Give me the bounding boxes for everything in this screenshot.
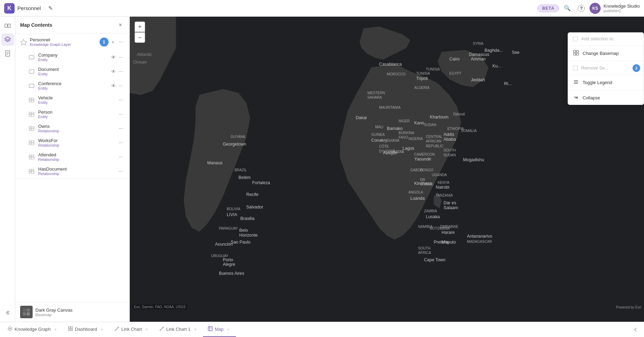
layer-item-owns-info: Owns Relationship xyxy=(38,124,115,133)
tab-map[interactable]: Map × xyxy=(203,322,236,337)
sidebar-icon-connections[interactable] xyxy=(1,19,14,32)
south-africa-label: SOUTH xyxy=(418,246,430,250)
svg-rect-41 xyxy=(576,53,578,55)
tab-close-link-chart-1[interactable]: × xyxy=(193,327,198,332)
svg-rect-16 xyxy=(29,112,34,116)
zoom-out-button[interactable]: − xyxy=(135,32,145,43)
layer-item-more-button[interactable]: ··· xyxy=(117,153,125,161)
layer-item-attended-type: Relationship xyxy=(38,157,115,162)
svg-rect-11 xyxy=(29,84,34,88)
layer-item-more-button[interactable]: ··· xyxy=(117,68,125,75)
entity-rect-icon xyxy=(28,54,35,60)
tab-link-chart-1[interactable]: Link Chart 1 × xyxy=(154,322,203,337)
tab-close-knowledge-graph[interactable]: × xyxy=(53,327,58,332)
tab-close-dashboard[interactable]: × xyxy=(99,327,105,332)
mali-label: MALI xyxy=(375,125,383,129)
layer-item-more-button[interactable]: ··· xyxy=(117,139,125,147)
panel-close-button[interactable]: × xyxy=(116,21,125,29)
layer-item-more-button[interactable]: ··· xyxy=(117,54,125,61)
layer-item-hasdocument-actions: ··· xyxy=(117,167,125,175)
map-area[interactable]: Atlantic Ocean Casablanca MOROCCO TUNISI… xyxy=(130,17,644,322)
somalia-label: SOMALIA xyxy=(461,129,477,133)
collapse-icon xyxy=(573,94,579,101)
tunisia2-label: TUNISIA xyxy=(426,67,440,71)
layer-group-header[interactable]: Personnel Knowledge Graph Layer 1 ∧ ··· xyxy=(15,34,129,50)
search-icon: 🔍 xyxy=(564,5,571,11)
layer-item-more-button[interactable]: ··· xyxy=(117,125,125,132)
search-button[interactable]: 🔍 xyxy=(562,3,573,14)
context-menu-toggle-legend-label: Toggle Legend xyxy=(583,80,612,85)
layer-item-person-info: Person Entity xyxy=(38,109,115,119)
layer-item-attended-info: Attended Relationship xyxy=(38,152,115,162)
context-menu-toggle-legend[interactable]: Toggle Legend xyxy=(568,76,644,89)
sidebar-panel-collapse-button[interactable] xyxy=(630,322,641,337)
layer-item-owns-name: Owns xyxy=(38,124,115,129)
svg-rect-1 xyxy=(8,24,10,27)
context-menu-remove-selection[interactable]: Remove Se... 2 xyxy=(568,62,644,74)
layer-item-vehicle-info: Vehicle Entity xyxy=(38,95,115,105)
sidebar-collapse-button[interactable] xyxy=(1,306,14,319)
table-icon xyxy=(28,168,35,174)
context-menu-change-basemap[interactable]: Change Basemap xyxy=(568,47,644,60)
help-button[interactable]: ? xyxy=(576,3,587,14)
list-item: Document Entity 👁 ··· xyxy=(25,64,129,79)
layer-icon-person xyxy=(28,110,35,118)
zimbabwe-label: ZIMBABWE xyxy=(440,225,458,229)
layer-group-info: Personnel Knowledge Graph Layer xyxy=(30,37,97,47)
layer-item-document-actions: 👁 ··· xyxy=(111,68,125,75)
manaus-label: Manaus xyxy=(207,161,222,165)
world-map: Atlantic Ocean Casablanca MOROCCO TUNISI… xyxy=(130,17,644,322)
eye-icon[interactable]: 👁 xyxy=(111,69,116,74)
context-menu-add-selection[interactable]: Add selection to: xyxy=(568,33,644,45)
layer-item-more-button[interactable]: ··· xyxy=(117,110,125,118)
mauritania-label: MAURITANIA xyxy=(379,106,400,109)
context-menu-remove-label: Remove Se... xyxy=(581,65,609,71)
map-tab-icon xyxy=(208,326,213,332)
svg-point-56 xyxy=(162,327,163,328)
eye-icon[interactable]: 👁 xyxy=(111,55,116,60)
eye-icon[interactable]: 👁 xyxy=(111,83,116,89)
context-menu-collapse[interactable]: Collapse xyxy=(568,91,644,105)
context-badge-2: 2 xyxy=(633,64,640,72)
layer-group-more-button[interactable]: ··· xyxy=(117,38,125,46)
ababa-label: Ababa xyxy=(443,137,456,142)
link1-tab-icon xyxy=(159,326,164,331)
sidebar-icon-layers[interactable] xyxy=(1,33,14,46)
belo-horizonte-label: Belo xyxy=(239,228,248,233)
svg-point-53 xyxy=(118,327,119,328)
layer-item-more-button[interactable]: ··· xyxy=(117,82,125,90)
kg-tab-icon xyxy=(8,326,12,331)
avatar[interactable]: KS xyxy=(590,3,601,14)
layer-item-conference-type: Entity xyxy=(38,86,108,90)
burkina-label: BURKINA xyxy=(399,131,414,135)
edit-title-button[interactable]: ✎ xyxy=(45,3,56,14)
antananarivo-label: Antananarivo xyxy=(467,234,492,239)
svg-rect-50 xyxy=(71,329,73,331)
sudan-label: SUDAN xyxy=(424,123,436,127)
tab-close-link-chart[interactable]: × xyxy=(144,327,150,332)
brazil-label: BRAZIL xyxy=(235,168,247,172)
tab-dashboard[interactable]: Dashboard × xyxy=(63,322,110,337)
map-attribution: Esri, Garmin, FAO, NOAA, USGS xyxy=(133,305,187,309)
svg-point-46 xyxy=(9,328,11,329)
tab-close-map[interactable]: × xyxy=(226,327,231,332)
tab-link-chart[interactable]: Link Chart × xyxy=(110,322,154,337)
sidebar-icon-notebook[interactable] xyxy=(1,47,14,60)
layer-item-more-button[interactable]: ··· xyxy=(117,167,125,175)
layer-group-badge: 1 xyxy=(100,38,109,47)
star-icon xyxy=(20,39,27,46)
layer-item-hasdocument-name: HasDocument xyxy=(38,166,115,172)
user-role: publisher2 xyxy=(603,9,640,13)
basemap-info: Dark Gray Canvas Basemap xyxy=(35,307,125,317)
tab-knowledge-graph[interactable]: Knowledge Graph × xyxy=(3,322,63,337)
avatar-initials: KS xyxy=(592,6,598,11)
basemap-grid-cell xyxy=(27,312,30,315)
svg-rect-32 xyxy=(29,169,34,173)
zoom-in-button[interactable]: + xyxy=(135,22,145,32)
layer-item-more-button[interactable]: ··· xyxy=(117,96,125,104)
layer-item-worksfor-info: WorksFor Relationship xyxy=(38,138,115,147)
context-menu-divider xyxy=(568,46,644,46)
list-item: Owns Relationship ··· xyxy=(25,121,129,135)
expand-icon: ∧ xyxy=(111,40,115,44)
svg-rect-39 xyxy=(576,50,578,52)
